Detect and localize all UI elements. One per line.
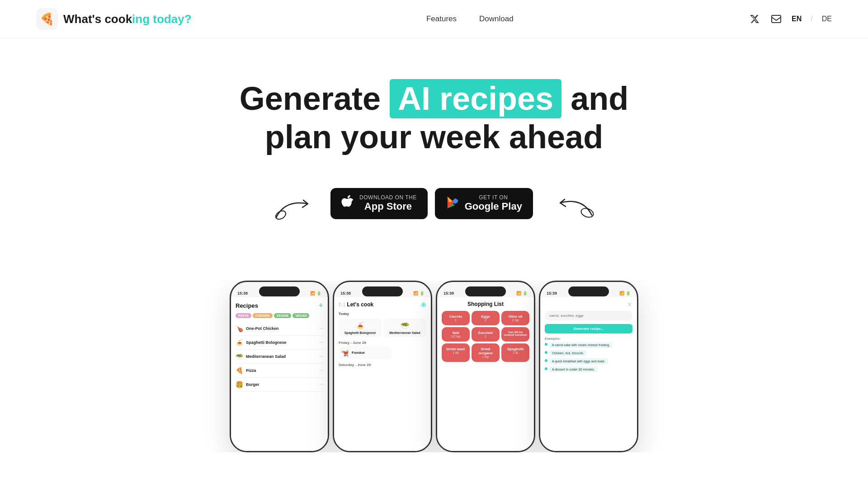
- appstore-text: Download on the App Store: [359, 194, 417, 212]
- right-arrow-deco: [538, 190, 596, 226]
- store-buttons: Download on the App Store GET IT ON Go: [330, 188, 533, 219]
- googleplay-icon: [446, 196, 459, 211]
- shopping-grid: Carrots 1 Eggs 2 Olive oil 1 tsp Salt 1/…: [442, 311, 529, 362]
- appstore-button[interactable]: Download on the App Store: [330, 188, 428, 219]
- logo-text: What's cooking today?: [63, 12, 192, 26]
- example-2: Chicken, rice, broccoli.: [545, 350, 632, 356]
- svg-rect-0: [772, 15, 781, 23]
- phone4-content: ✕ carrot, zucchini, eggs Generate recipe…: [540, 297, 637, 451]
- meal-single-1: 🫕 Fondue: [339, 347, 391, 359]
- nav-right: EN / DE: [748, 13, 832, 25]
- navbar: 🍕 What's cooking today? Features Downloa…: [0, 0, 868, 38]
- googleplay-text: GET IT ON Google Play: [465, 194, 522, 212]
- shop-item-basil: Dried basil 1 tbl: [442, 343, 470, 362]
- meal-card-1: 🍝 Spaghetti Bolognese: [339, 319, 382, 337]
- meal-card-2: 🥗 Mediterranean Salad: [383, 319, 426, 337]
- cta-section: Download on the App Store GET IT ON Go: [18, 181, 850, 226]
- hero-section: Generate AI recipes and plan your week a…: [0, 38, 868, 253]
- logo-icon: 🍕: [36, 8, 58, 30]
- lang-en[interactable]: EN: [792, 15, 802, 23]
- shop-item-oregano: Dried oregano 1 tsp: [472, 343, 500, 362]
- googleplay-button[interactable]: GET IT ON Google Play: [435, 188, 533, 219]
- ai-input-display: carrot, zucchini, eggs: [545, 311, 632, 320]
- example-4: A dessert in under 30 minutes.: [545, 366, 632, 372]
- recipe-item-1: 🍗 One-Pot Chicken ···: [236, 322, 323, 336]
- shop-item-zucchini: Zucchini 1: [472, 327, 500, 342]
- ai-generate-btn: Generate recipe...: [545, 324, 632, 333]
- nav-features[interactable]: Features: [426, 14, 457, 23]
- recipe-item-2: 🍝 Spaghetti Bolognese ···: [236, 336, 323, 350]
- recipe-item-5: 🍔 Burger ···: [236, 378, 323, 392]
- recipe-item-3: 🥗 Mediterranean Salad ···: [236, 350, 323, 364]
- twitter-icon[interactable]: [748, 13, 761, 25]
- logo[interactable]: 🍕 What's cooking today?: [36, 8, 192, 30]
- shop-item-tomatoes: Can (28 oz) crushed tomatoes: [501, 327, 529, 342]
- phones-section: 15:38 📶 🔋 Recipes + PASTA CHICKEN VEGGIE…: [0, 281, 868, 452]
- shop-item-carrots: Carrots 1: [442, 311, 470, 325]
- hero-line2: plan your week ahead: [18, 118, 850, 156]
- left-arrow-deco: [272, 190, 326, 226]
- phone-aigenerate: 15:39 📶 🔋 ✕ carrot, zucchini, eggs Gener…: [539, 281, 638, 452]
- phone-notch-3: [465, 286, 506, 296]
- hero-highlight: AI recipes: [390, 79, 561, 118]
- example-1: A carrot cake with cream cheese frosting…: [545, 342, 632, 348]
- lang-de[interactable]: DE: [822, 15, 832, 23]
- nav-links: Features Download: [426, 14, 514, 23]
- phone2-content: 🍽️ Let's cook ⊕ Today 🍝 Spaghetti Bologn…: [334, 297, 431, 451]
- nav-download[interactable]: Download: [479, 14, 514, 23]
- examples-label: Examples:: [545, 337, 632, 340]
- shop-item-spaghetti: Spaghetti 1 lb: [501, 343, 529, 362]
- phone-notch-1: [259, 286, 300, 296]
- recipe-item-4: 🍕 Pizza ···: [236, 364, 323, 378]
- phone3-content: Shopping List Carrots 1 Eggs 2 Olive oil…: [437, 297, 534, 451]
- phone-notch-2: [362, 286, 403, 296]
- phone-letscook: 15:38 📶 🔋 🍽️ Let's cook ⊕ Today 🍝 Spaghe…: [333, 281, 432, 452]
- shop-item-salt: Salt 1/2 tsp: [442, 327, 470, 342]
- shop-item-olive-oil: Olive oil 1 tsp: [501, 311, 529, 325]
- phone-shopping: 15:39 📶 🔋 Shopping List Carrots 1 Eggs 2…: [436, 281, 535, 452]
- svg-point-1: [274, 209, 288, 221]
- svg-point-2: [580, 206, 594, 218]
- shop-item-eggs: Eggs 2: [472, 311, 500, 325]
- phone1-content: Recipes + PASTA CHICKEN VEGGIE VEGAN 🍗 O…: [231, 297, 328, 451]
- example-3: A quick breakfast with eggs and toast.: [545, 358, 632, 364]
- hero-title: Generate AI recipes and plan your week a…: [18, 79, 850, 156]
- phone-recipes: 15:38 📶 🔋 Recipes + PASTA CHICKEN VEGGIE…: [230, 281, 329, 452]
- phone-notch-4: [568, 286, 609, 296]
- mail-icon[interactable]: [770, 13, 783, 25]
- apple-icon: [341, 195, 354, 212]
